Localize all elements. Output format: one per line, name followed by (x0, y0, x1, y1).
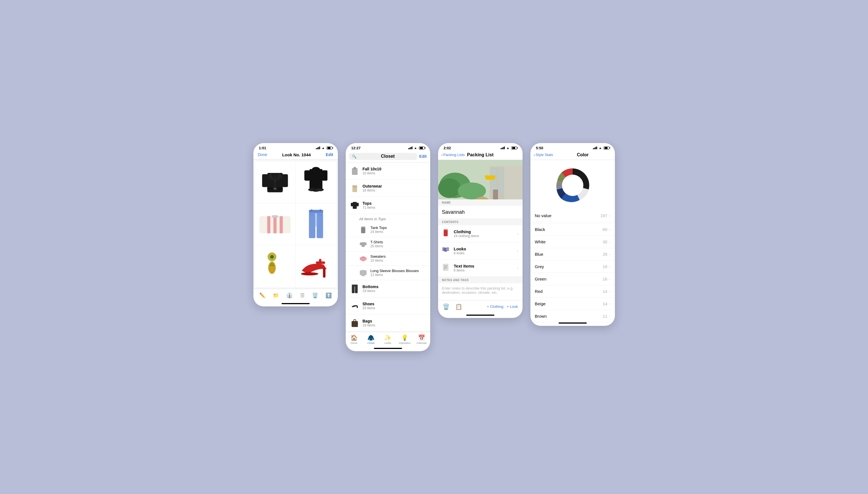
list-item-tops[interactable]: Tops 71 items (346, 197, 430, 214)
stats-back-button[interactable]: ‹ Style Stats (534, 153, 553, 157)
stats-back-label: Style Stats (535, 153, 553, 157)
contents-clothing[interactable]: Clothing 24 clothing items › (438, 225, 522, 243)
green-label: Green (535, 277, 603, 281)
color-row-green[interactable]: Green 16 › (530, 273, 615, 285)
sub-item-tank-tops[interactable]: Tank Tops 24 items (346, 223, 430, 237)
look-title: Look No. 1044 (282, 152, 311, 157)
bags-icon (350, 318, 359, 329)
edit-button-1[interactable]: Edit (326, 152, 333, 157)
bottoms-icon (350, 283, 359, 294)
red-label: Red (535, 289, 603, 294)
edit-button-2[interactable]: Edit (419, 154, 427, 158)
edit-look-icon[interactable]: ✏️ (259, 292, 265, 299)
look-item-jeans (296, 203, 336, 245)
tab-inspiration[interactable]: 💡 Inspiration (396, 334, 413, 344)
sub-item-blouses[interactable]: Long Sleeve Blouses Blouses 12 items (346, 266, 430, 280)
svg-rect-10 (322, 170, 328, 181)
svg-rect-40 (354, 167, 356, 169)
shoes-info: Shoes 33 items (363, 302, 375, 310)
share-icon[interactable]: ⬆️ (326, 292, 332, 299)
time-4: 5:50 (536, 146, 544, 150)
color-row-black[interactable]: Black 60 › (530, 223, 615, 236)
bags-count: 19 items (363, 323, 375, 327)
outfit-icon[interactable]: 👔 (286, 292, 293, 299)
wifi-icon-2: ▲ (414, 146, 417, 150)
clothing-chevron: › (517, 231, 519, 236)
svg-rect-46 (356, 203, 358, 206)
duplicate-icon[interactable]: 📋 (455, 303, 462, 310)
tank-tops-name: Tank Tops (371, 226, 387, 230)
list-item-bags[interactable]: Bags 19 items (346, 315, 430, 332)
add-clothing-button[interactable]: + Clothing (487, 304, 504, 309)
beige-count: 14 (603, 301, 607, 306)
svg-rect-22 (319, 209, 321, 211)
name-field[interactable]: Savannah (438, 206, 522, 219)
tab-calendar[interactable]: 📅 Calendar (413, 334, 430, 344)
bags-name: Bags (363, 319, 375, 323)
svg-rect-48 (361, 242, 365, 247)
color-row-beige[interactable]: Beige 14 › (530, 298, 615, 310)
list-item-shoes[interactable]: Shoes 33 items (346, 298, 430, 315)
svg-rect-9 (304, 170, 310, 181)
list-item-fall10x10[interactable]: Fall 10x10 10 items (346, 163, 430, 180)
list-item-bottoms[interactable]: Bottoms 19 items (346, 280, 430, 298)
tab-looks[interactable]: ✨ Looks (379, 334, 396, 344)
svg-rect-47 (361, 227, 365, 233)
bags-info: Bags 19 items (363, 319, 375, 327)
svg-point-66 (438, 178, 460, 198)
fall10x10-icon (350, 165, 359, 176)
color-row-blue[interactable]: Blue 28 › (530, 248, 615, 261)
svg-rect-76 (493, 190, 498, 200)
tab-inspiration-label: Inspiration (399, 342, 411, 344)
notes-field[interactable]: Enter notes to describe this packing lis… (438, 283, 522, 300)
back-button[interactable]: ‹ Packing Lists (441, 153, 465, 157)
contents-section-header: CONTENTS (438, 219, 522, 225)
green-chevron: › (609, 277, 610, 281)
svg-rect-60 (355, 286, 358, 293)
blouses-info: Long Sleeve Blouses Blouses 12 items (371, 269, 419, 277)
packing-nav: ‹ Packing Lists Packing List (438, 151, 522, 160)
color-row-grey[interactable]: Grey 18 › (530, 261, 615, 273)
svg-rect-16 (267, 216, 270, 233)
look-item-jacket (255, 162, 295, 203)
blue-count: 28 (603, 252, 607, 256)
tab-home[interactable]: 🏠 Home (346, 334, 363, 344)
sub-item-tshirts[interactable]: T-Shirts 20 items (346, 237, 430, 251)
shoes-name: Shoes (363, 302, 375, 306)
trash-icon-packing[interactable]: 🗑️ (442, 303, 450, 310)
svg-rect-61 (357, 306, 358, 308)
sub-item-sweaters[interactable]: Sweaters 15 items (346, 251, 430, 266)
svg-rect-70 (492, 170, 496, 175)
color-row-red[interactable]: Red 14 › (530, 285, 615, 298)
contents-looks[interactable]: Looks 8 looks › (438, 243, 522, 260)
signal-icon-3 (500, 147, 505, 149)
sweaters-count: 15 items (371, 259, 386, 263)
no-value-count: 197 (600, 213, 607, 218)
svg-point-33 (273, 265, 274, 266)
done-button[interactable]: Done (258, 152, 267, 157)
signal-icon (316, 147, 320, 149)
svg-rect-19 (272, 215, 278, 218)
trash-icon-1[interactable]: 🗑️ (312, 292, 318, 299)
outerwear-icon (350, 183, 359, 194)
svg-rect-56 (360, 270, 362, 275)
contents-text-items[interactable]: Text Items 6 items › (438, 260, 522, 277)
folder-icon[interactable]: 📁 (273, 292, 279, 299)
outerwear-name: Outerwear (363, 184, 382, 188)
add-look-button[interactable]: + Look (507, 304, 518, 309)
clutch-svg (258, 211, 292, 236)
phone-closet: 12:27 ▲ 🔍 Closet Edit (346, 143, 430, 351)
svg-rect-59 (352, 286, 354, 293)
tab-closet[interactable]: 🧥 Closet (363, 334, 379, 344)
tab-bar: 🏠 Home 🧥 Closet ✨ Looks 💡 Inspiration 📅 … (346, 332, 430, 348)
svg-rect-8 (310, 169, 322, 190)
text-items-icon (442, 263, 451, 273)
color-row-brown[interactable]: Brown 11 › (530, 310, 615, 322)
color-row-no-value[interactable]: No value 197 › (530, 210, 615, 222)
list-item-outerwear[interactable]: Outerwear 18 items (346, 180, 430, 197)
grey-label: Grey (535, 264, 603, 269)
list-icon[interactable]: ☰ (300, 292, 304, 299)
looks-content-icon (442, 246, 451, 256)
calendar-icon: 📅 (418, 334, 425, 341)
color-row-white[interactable]: White 30 › (530, 236, 615, 248)
